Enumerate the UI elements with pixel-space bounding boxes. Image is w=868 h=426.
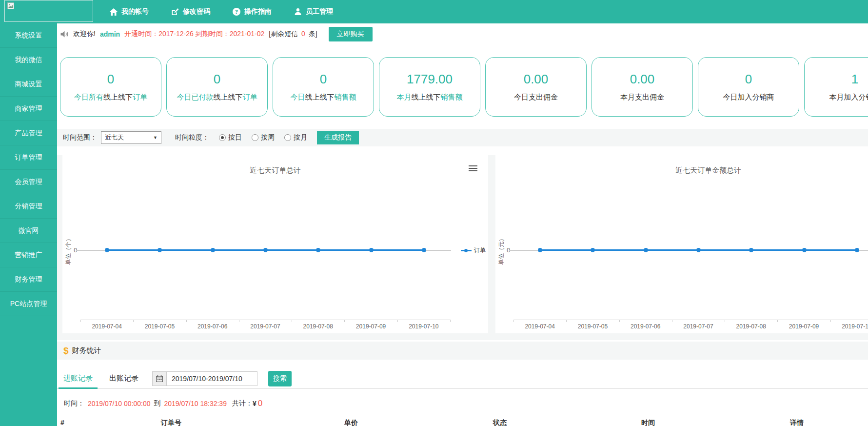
stat-value: 0.00 — [630, 72, 655, 87]
tab-expense-records[interactable]: 出账记录 — [104, 368, 143, 389]
radio-icon — [219, 134, 226, 141]
x-axis-tick — [133, 320, 134, 322]
time-summary-row: 时间： 2019/07/10 00:00:00 到 2019/07/10 18:… — [57, 399, 868, 408]
time-start: 2019/07/10 00:00:00 — [88, 400, 150, 407]
stat-card: 0今日所有线上线下订单 — [60, 57, 161, 117]
sidebar-item[interactable]: 产品管理 — [0, 121, 57, 145]
sidebar-item[interactable]: 财务管理 — [0, 267, 57, 292]
sidebar: 系统设置我的微信商城设置商家管理产品管理订单管理会员管理分销管理微官网营销推广财… — [0, 23, 57, 426]
records-table-header: #订单号单价状态时间详情 — [57, 419, 868, 426]
x-axis-tick — [725, 320, 725, 322]
calendar-addon[interactable] — [152, 371, 167, 386]
data-point — [316, 248, 320, 252]
data-point — [802, 248, 807, 252]
welcome-bar: 欢迎你! admin 开通时间：2017-12-26 到期时间：2021-01-… — [57, 23, 868, 45]
legend-orders[interactable]: 订单 — [461, 246, 486, 255]
data-point — [538, 248, 542, 252]
plot-area: 2019-07-042019-07-052019-07-062019-07-07… — [80, 155, 450, 333]
nav-label: 我的帐号 — [121, 7, 149, 16]
stat-label: 今日线上线下销售额 — [291, 93, 356, 102]
sms-count: 0 — [300, 30, 307, 38]
stat-card: 1本月加入分销商 — [804, 57, 868, 117]
stat-label: 今日所有线上线下订单 — [74, 93, 147, 102]
x-axis-tick — [397, 320, 398, 322]
generate-report-button[interactable]: 生成报告 — [317, 131, 359, 144]
sidebar-item[interactable]: PC站点管理 — [0, 292, 57, 316]
stat-value: 0 — [745, 72, 752, 87]
sidebar-item[interactable]: 系统设置 — [0, 23, 57, 48]
time-range-value: 近七天 — [105, 133, 124, 142]
stat-label: 今日支出佣金 — [514, 93, 558, 102]
stat-card: 0.00本月支出佣金 — [592, 57, 693, 117]
stat-value: 1779.00 — [407, 72, 453, 87]
stat-value: 0 — [320, 72, 327, 87]
radio-icon — [284, 134, 291, 141]
data-point — [211, 248, 215, 252]
nav-label: 修改密码 — [183, 7, 210, 16]
granularity-radio[interactable]: 按月 — [284, 133, 307, 142]
date-range-input[interactable] — [167, 371, 257, 386]
nav-change-password[interactable]: 修改密码 — [171, 7, 210, 16]
total-amount: 0 — [258, 399, 262, 408]
x-axis-tick — [513, 320, 514, 322]
x-axis-tick — [292, 320, 292, 322]
nav-my-account[interactable]: 我的帐号 — [110, 7, 149, 16]
edit-icon — [171, 8, 179, 16]
sidebar-item[interactable]: 订单管理 — [0, 145, 57, 170]
stat-label: 本月加入分销商 — [829, 93, 868, 102]
x-axis-tick — [186, 320, 187, 322]
x-axis-tick-label: 2019-07-10 — [397, 323, 451, 330]
search-button[interactable]: 搜索 — [268, 371, 292, 386]
sidebar-item[interactable]: 营销推广 — [0, 243, 57, 267]
stat-card: 0今日线上线下销售额 — [273, 57, 374, 117]
nav-guide[interactable]: ? 操作指南 — [233, 7, 272, 16]
table-header-cell: 订单号 — [161, 419, 344, 426]
radio-icon — [252, 134, 258, 141]
sidebar-item[interactable]: 会员管理 — [0, 170, 57, 194]
stat-card: 0.00今日支出佣金 — [485, 57, 587, 117]
granularity-radio[interactable]: 按日 — [219, 133, 242, 142]
sidebar-item[interactable]: 分销管理 — [0, 194, 57, 219]
stat-label: 本月支出佣金 — [620, 93, 664, 102]
tab-income-records[interactable]: 进账记录 — [59, 368, 98, 389]
chevron-down-icon: ▼ — [153, 135, 158, 140]
x-axis-tick — [344, 320, 345, 322]
stat-card: 0今日已付款线上线下订单 — [166, 57, 268, 117]
nav-label: 员工管理 — [306, 7, 333, 16]
data-point — [749, 248, 753, 252]
x-axis-tick-label: 2019-07-07 — [671, 323, 725, 330]
x-axis-tick — [619, 320, 620, 322]
buy-now-button[interactable]: 立即购买 — [329, 27, 373, 41]
spacer — [57, 146, 868, 155]
x-axis-tick-label: 2019-07-04 — [80, 323, 134, 330]
sidebar-item[interactable]: 商家管理 — [0, 97, 57, 121]
nav-label: 操作指南 — [244, 7, 272, 16]
welcome-greeting: 欢迎你! — [73, 30, 96, 39]
sidebar-item[interactable]: 我的微信 — [0, 48, 57, 72]
legend-label: 订单 — [474, 246, 486, 255]
x-axis-tick-label: 2019-07-05 — [566, 323, 619, 330]
stat-value: 1 — [851, 72, 858, 87]
sidebar-item[interactable]: 商城设置 — [0, 72, 57, 97]
stat-value: 0.00 — [524, 72, 549, 87]
table-header-cell: # — [60, 419, 161, 426]
nav-staff[interactable]: 员工管理 — [294, 7, 333, 16]
logo-box — [4, 0, 93, 22]
data-point — [422, 248, 426, 252]
top-bar: 我的帐号 修改密码 ? 操作指南 员工管理 — [0, 0, 868, 23]
data-point — [591, 248, 595, 252]
stat-label: 今日加入分销商 — [723, 93, 774, 102]
data-point — [696, 248, 701, 252]
granularity-radio[interactable]: 按周 — [252, 133, 275, 142]
table-header-cell: 详情 — [790, 419, 868, 426]
finance-title: 财务统计 — [72, 346, 101, 355]
x-axis-tick — [672, 320, 672, 322]
x-axis-tick — [777, 320, 778, 322]
chart-menu-icon[interactable] — [469, 165, 477, 173]
sidebar-item[interactable]: 微官网 — [0, 219, 57, 243]
stat-value: 0 — [107, 72, 114, 87]
stat-cards-row: 0今日所有线上线下订单0今日已付款线上线下订单0今日线上线下销售额1779.00… — [57, 45, 868, 129]
time-range-select[interactable]: 近七天 ▼ — [101, 131, 161, 144]
top-navigation: 我的帐号 修改密码 ? 操作指南 员工管理 — [110, 7, 333, 16]
x-axis-tick-label: 2019-07-08 — [724, 323, 778, 330]
